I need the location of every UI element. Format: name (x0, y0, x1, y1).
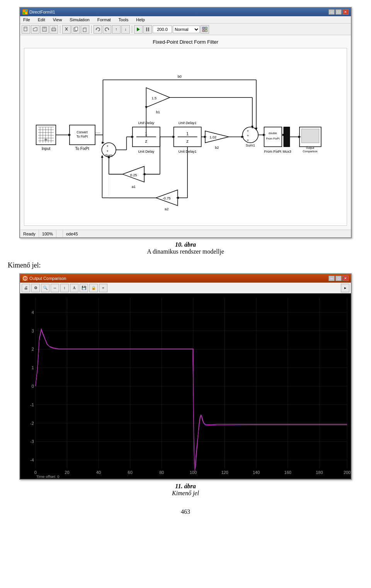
scope-lock-btn[interactable]: 🔒 (89, 284, 98, 292)
svg-text:Mux3: Mux3 (283, 150, 291, 153)
svg-text:a1: a1 (132, 185, 136, 189)
svg-text:20: 20 (65, 470, 69, 475)
scope-autoscale-btn[interactable]: A (70, 284, 78, 292)
cut-button[interactable] (62, 25, 71, 34)
menu-format[interactable]: Format (96, 17, 112, 22)
svg-text:+: + (107, 149, 109, 153)
svg-rect-26 (205, 30, 207, 32)
svg-marker-20 (137, 27, 140, 31)
new-button[interactable] (22, 25, 30, 34)
scope-more-btn[interactable]: ▸ (341, 284, 349, 292)
zoom-in-button[interactable]: ↑ (112, 25, 121, 34)
svg-text:180: 180 (316, 470, 323, 475)
svg-text:∞: ∞ (44, 137, 47, 141)
status-solver: ode45 (63, 230, 351, 237)
sim-mode-select[interactable]: Normal (173, 26, 200, 33)
svg-text:-0.75: -0.75 (163, 196, 171, 200)
scope-signal-btn[interactable]: ≡ (99, 284, 107, 292)
svg-text:b0: b0 (178, 75, 182, 78)
sum-block[interactable]: + + Sum (102, 143, 116, 157)
convert-block[interactable]: Convert To FixPt To FixPt (70, 125, 95, 150)
close-button[interactable]: ✕ (342, 9, 349, 15)
svg-rect-7 (43, 27, 46, 29)
svg-text:double: double (269, 132, 277, 135)
svg-text:1: 1 (32, 365, 34, 370)
save-button[interactable] (40, 25, 49, 34)
svg-rect-3 (26, 12, 27, 14)
gain-b1-block[interactable]: 1.5 b1 (146, 88, 170, 114)
menu-edit[interactable]: Edit (36, 17, 47, 22)
svg-rect-15 (75, 27, 78, 31)
simulink-statusbar: Ready 100% ode45 (20, 230, 351, 237)
from-fixpt-block[interactable]: double From FixPt From FixPt (264, 127, 282, 153)
svg-text:Convert: Convert (77, 131, 88, 134)
scope-print-btn[interactable]: 🖨 (22, 284, 30, 292)
svg-rect-22 (148, 27, 149, 31)
svg-text:b1: b1 (156, 110, 160, 114)
svg-text:Unit Delay: Unit Delay (138, 150, 155, 153)
minimize-button[interactable]: ─ (328, 9, 335, 15)
undo-button[interactable] (94, 25, 102, 34)
mux-block[interactable]: Mux3 (283, 127, 291, 153)
open-button[interactable] (31, 25, 39, 34)
simulink-titlebar-left: DirectFormII1 (22, 9, 55, 15)
scope-close[interactable]: ✕ (342, 276, 349, 281)
output-comparison-block[interactable]: Output Comparison (300, 127, 321, 153)
scope-save-btn[interactable]: 💾 (80, 284, 88, 292)
paste-button[interactable] (81, 25, 89, 34)
svg-rect-2 (23, 12, 25, 14)
scope-title-left: Output Comparison (22, 276, 66, 281)
scope-maximize[interactable]: □ (335, 276, 342, 281)
copy-button[interactable] (71, 25, 80, 34)
scope-win-controls: ─ □ ✕ (328, 276, 349, 281)
diagram-area[interactable]: ∞ Input Convert To FixPt To FixPt + + Su… (24, 48, 347, 226)
svg-marker-59 (146, 88, 170, 107)
toolbar-sep-1 (60, 26, 60, 33)
win-controls: ─ □ ✕ (328, 9, 349, 15)
scope-zoom-y-btn[interactable]: ↕ (60, 284, 69, 292)
svg-rect-11 (52, 29, 55, 31)
status-ready: Ready (20, 230, 39, 237)
scope-app-icon (22, 276, 28, 281)
maximize-button[interactable]: □ (335, 9, 342, 15)
section-label: Kimenő jel: (8, 261, 363, 269)
figure-10-desc: A dinamikus rendszer modellje (0, 248, 371, 255)
svg-text:0.25: 0.25 (130, 173, 137, 177)
gain-a1-block[interactable]: 0.25 a1 (123, 166, 144, 189)
svg-text:1.5: 1.5 (151, 96, 157, 100)
svg-text:a2: a2 (165, 207, 168, 211)
zoom-out-button[interactable]: ↓ (121, 25, 130, 34)
svg-text:Time offset:  0: Time offset: 0 (36, 474, 60, 479)
menu-help[interactable]: Help (134, 17, 146, 22)
sum1-block[interactable]: + + + Sum1 (242, 127, 258, 148)
scope-titlebar: Output Comparison ─ □ ✕ (20, 274, 351, 283)
svg-text:3: 3 (32, 329, 34, 333)
svg-rect-0 (23, 10, 25, 12)
gain-b2-block[interactable]: 1.02 b2 (205, 131, 229, 150)
print-button[interactable] (49, 25, 58, 34)
svg-text:-4: -4 (30, 458, 34, 462)
input-block[interactable]: ∞ Input (36, 125, 56, 150)
status-empty (56, 230, 63, 237)
pause-button[interactable] (143, 25, 152, 34)
scope-params-btn[interactable]: ⚙ (31, 284, 40, 292)
menu-file[interactable]: File (22, 17, 32, 22)
scope-zoom-btn[interactable]: 🔍 (41, 284, 49, 292)
toolbar-sep-3 (132, 26, 132, 33)
gain-a2-block[interactable]: -0.75 a2 (156, 190, 178, 211)
menu-tools[interactable]: Tools (117, 17, 130, 22)
figure-11-caption: 11. ábra Kimenő jel (0, 483, 371, 497)
redo-button[interactable] (103, 25, 111, 34)
svg-rect-27 (36, 125, 56, 145)
svg-rect-76 (284, 127, 289, 147)
menu-view[interactable]: View (51, 17, 64, 22)
run-button[interactable] (134, 25, 143, 34)
library-button[interactable] (201, 25, 209, 34)
scope-zoom-x-btn[interactable]: ↔ (51, 284, 59, 292)
scope-minimize[interactable]: ─ (328, 276, 335, 281)
sim-time-input[interactable] (153, 26, 172, 33)
menu-simulation[interactable]: Simulation (68, 17, 91, 22)
page-number: 463 (0, 508, 371, 515)
svg-text:From FixPt: From FixPt (266, 137, 279, 140)
toolbar-sep-2 (91, 26, 92, 33)
